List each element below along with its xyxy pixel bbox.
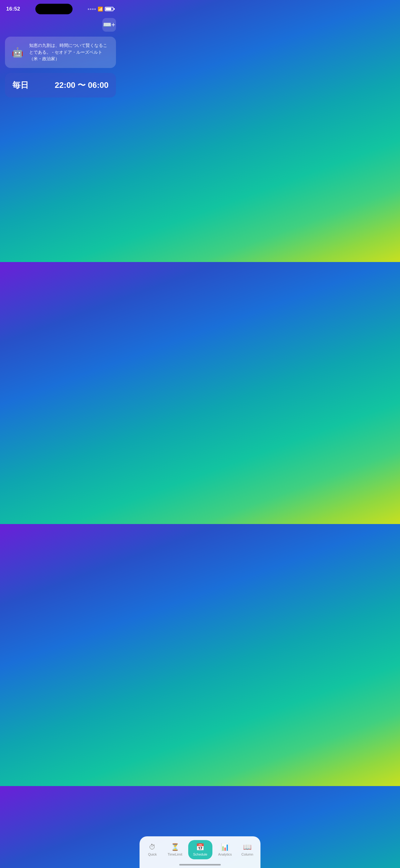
- keyboard-add-button[interactable]: ⌨️+: [102, 18, 116, 32]
- schedule-label: 毎日: [12, 80, 29, 91]
- quote-avatar: 🤖: [10, 45, 25, 60]
- schedule-card[interactable]: 毎日 22:00 〜 06:00: [5, 73, 116, 97]
- status-time: 16:52: [6, 6, 20, 12]
- wifi-icon: 📶: [98, 6, 103, 11]
- signal-icon: [88, 8, 96, 10]
- schedule-time: 22:00 〜 06:00: [55, 80, 108, 91]
- dynamic-island: [35, 4, 72, 14]
- battery-icon: [105, 7, 115, 11]
- status-icons: 📶: [88, 6, 115, 11]
- schedule-row: 毎日 22:00 〜 06:00: [12, 80, 108, 91]
- quote-text: 知恵の九割は、時間について賢くなることである。 - セオドア・ルーズベルト（米・…: [29, 42, 111, 62]
- quote-card: 🤖 知恵の九割は、時間について賢くなることである。 - セオドア・ルーズベルト（…: [5, 37, 116, 68]
- status-bar: 16:52 📶: [0, 0, 121, 16]
- main-content: [0, 102, 121, 258]
- top-right-area: ⌨️+: [0, 16, 121, 34]
- keyboard-add-icon: ⌨️+: [103, 21, 115, 29]
